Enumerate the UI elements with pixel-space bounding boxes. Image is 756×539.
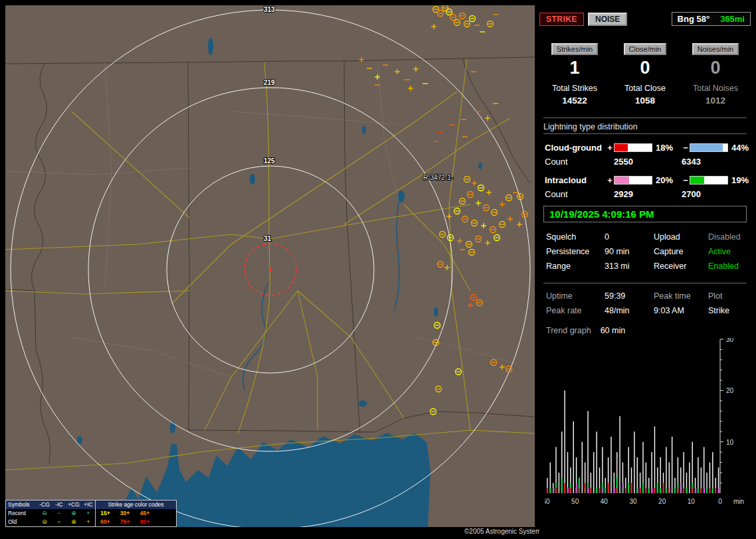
upload-value: Disabled: [708, 232, 752, 242]
minus-sign: −: [682, 143, 690, 153]
intracloud-label: Intracloud: [545, 175, 606, 185]
svg-text:10: 10: [726, 439, 734, 446]
svg-text:313: 313: [264, 6, 275, 13]
legend-recent-label: Recent: [6, 509, 37, 518]
legend-col-ncg: -CG: [37, 501, 52, 509]
legend-symbols-header: Symbols: [6, 501, 37, 509]
upload-label: Upload: [654, 232, 708, 242]
roads-major: [5, 60, 535, 470]
peak-time-value: 9:03 AM: [654, 306, 708, 315]
distance-value: 365mi: [720, 14, 745, 24]
peak-rate-value: 48/min: [605, 306, 654, 315]
close-per-min-button[interactable]: Close/min: [624, 43, 667, 55]
trend-graph: 1020306050403020100min: [545, 338, 745, 513]
circle-plus-icon: ⊕: [66, 518, 82, 526]
circle-plus-icon: ⊕: [66, 509, 82, 518]
map-canvas: 31321912531R-3472-1-: [5, 5, 535, 527]
age-90: 90+: [140, 518, 149, 525]
svg-text:31: 31: [264, 235, 272, 242]
uptime-value: 59:39: [605, 291, 654, 301]
divider: [543, 283, 747, 283]
plus-icon: +: [82, 509, 95, 518]
svg-text:50: 50: [571, 498, 579, 505]
trend-window-value: 60 min: [601, 326, 626, 335]
trend-graph-label: Trend graph: [546, 326, 591, 335]
cg-positive-count: 2550: [614, 157, 682, 167]
cg-positive-pct: 18%: [652, 143, 682, 153]
cg-negative-pct: 44%: [728, 143, 755, 153]
legend-age-header: Strike age color codes: [95, 501, 176, 509]
age-30: 30+: [120, 510, 130, 516]
svg-text:219: 219: [264, 79, 275, 86]
capture-label: Capture: [654, 247, 708, 256]
lightning-map[interactable]: 31321912531R-3472-1- Symbols -CG -IC +CG…: [5, 5, 535, 527]
cg-positive-bar: [614, 143, 652, 152]
cg-negative-bar: [690, 143, 728, 152]
status-panel: STRIKE NOISE Bng 58° 365mi Strikes/min C…: [539, 5, 751, 534]
capture-value: Active: [708, 247, 752, 256]
ic-positive-bar: [614, 176, 652, 185]
age-15: 15+: [100, 510, 110, 516]
datetime-display: 10/19/2025 4:09:16 PM: [543, 206, 747, 222]
total-close-value: 1058: [610, 96, 680, 106]
receiver-value: Enabled: [708, 262, 752, 271]
plot-label: Plot: [708, 291, 752, 301]
plus-sign: +: [606, 175, 614, 185]
plot-value: Strike: [708, 306, 752, 315]
squelch-label: Squelch: [546, 232, 605, 242]
svg-text:min: min: [733, 498, 744, 505]
squelch-value: 0: [605, 232, 654, 242]
legend-old-label: Old: [6, 518, 37, 526]
svg-text:0: 0: [718, 498, 722, 505]
state-borders: [5, 57, 535, 463]
strike-button[interactable]: STRIKE: [539, 13, 584, 26]
range-label: Range: [546, 262, 605, 271]
circle-minus-icon: ⊖: [37, 509, 52, 518]
receiver-label: Receiver: [654, 262, 708, 271]
noises-per-min-button[interactable]: Noises/min: [692, 43, 739, 55]
persistence-value: 90 min: [605, 247, 654, 256]
ic-positive-count: 2929: [614, 189, 682, 199]
ic-negative-pct: 19%: [728, 175, 755, 185]
svg-text:20: 20: [658, 498, 666, 505]
plus-sign: +: [606, 143, 614, 153]
distribution-title: Lightning type distribution: [543, 122, 747, 134]
total-strikes-label: Total Strikes: [539, 84, 610, 93]
total-strikes-value: 14522: [539, 96, 610, 106]
total-close-label: Total Close: [610, 84, 680, 93]
minus-icon: −: [52, 518, 66, 526]
water-bodies: [77, 38, 482, 527]
peak-time-label: Peak time: [654, 291, 708, 301]
age-45: 45+: [140, 510, 149, 516]
ic-positive-pct: 20%: [652, 175, 682, 185]
strikes-per-min-button[interactable]: Strikes/min: [551, 43, 598, 55]
plus-icon: +: [82, 518, 95, 526]
svg-text:40: 40: [601, 498, 609, 505]
age-60: 60+: [100, 518, 110, 525]
divider: [543, 117, 747, 118]
bearing-box: Bng 58° 365mi: [672, 12, 751, 26]
stats-grid: Uptime 59:39 Peak time Plot Peak rate 48…: [546, 291, 751, 315]
rivers: [243, 202, 399, 390]
total-noises-value: 1012: [680, 96, 751, 106]
legend-col-nic: -IC: [52, 501, 66, 509]
ic-count-label: Count: [545, 189, 606, 199]
bearing-value: Bng 58°: [678, 14, 710, 24]
total-noises-label: Total Noises: [680, 84, 751, 93]
status-grid: Squelch 0 Upload Disabled Persistence 90…: [546, 232, 751, 271]
close-per-min-value: 0: [610, 58, 680, 78]
svg-text:60: 60: [545, 498, 550, 505]
ic-negative-count: 2700: [682, 189, 728, 199]
age-75: 75+: [120, 518, 130, 525]
svg-text:20: 20: [726, 387, 734, 394]
uptime-label: Uptime: [546, 291, 605, 301]
svg-text:30: 30: [726, 338, 734, 343]
svg-text:125: 125: [264, 157, 275, 165]
noise-button[interactable]: NOISE: [588, 13, 627, 26]
symbol-legend: Symbols -CG -IC +CG +IC Strike age color…: [5, 500, 177, 527]
cloud-ground-label: Cloud-ground: [545, 143, 606, 153]
svg-text:30: 30: [629, 498, 637, 505]
persistence-label: Persistence: [546, 247, 605, 256]
minus-icon: −: [52, 509, 66, 518]
noises-per-min-value: 0: [680, 58, 751, 78]
